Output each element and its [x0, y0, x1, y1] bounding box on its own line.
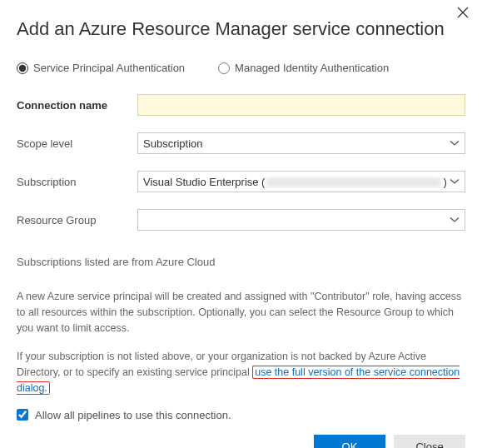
- dialog-title: Add an Azure Resource Manager service co…: [17, 18, 465, 40]
- connection-name-input[interactable]: [137, 94, 465, 116]
- auth-type-group: Service Principal Authentication Managed…: [17, 62, 465, 74]
- chevron-down-icon: [450, 178, 460, 185]
- scope-level-value: Subscription: [143, 137, 203, 150]
- principal-description: A new Azure service principal will be cr…: [17, 289, 465, 337]
- service-connection-dialog: Add an Azure Resource Manager service co…: [0, 0, 482, 448]
- subscription-label: Subscription: [17, 176, 137, 188]
- allow-pipelines-checkbox[interactable]: [17, 409, 28, 421]
- radio-service-principal-label: Service Principal Authentication: [33, 62, 185, 74]
- close-icon: [457, 7, 469, 18]
- subscription-id-redacted: [266, 177, 441, 187]
- scope-level-label: Scope level: [17, 137, 137, 150]
- fallback-description: If your subscription is not listed above…: [17, 349, 465, 397]
- resource-group-select[interactable]: [137, 209, 465, 231]
- radio-managed-identity-input[interactable]: [218, 62, 230, 74]
- allow-pipelines-row: Allow all pipelines to use this connecti…: [17, 409, 465, 421]
- chevron-down-icon: [450, 140, 460, 147]
- close-button[interactable]: Close: [394, 435, 465, 448]
- resource-group-label: Resource Group: [17, 214, 137, 226]
- radio-service-principal-input[interactable]: [17, 62, 28, 74]
- dialog-footer: OK Close: [17, 435, 465, 448]
- cloud-source-note: Subscriptions listed are from Azure Clou…: [17, 254, 465, 271]
- scope-level-select[interactable]: Subscription: [137, 132, 465, 154]
- radio-service-principal[interactable]: Service Principal Authentication: [17, 62, 185, 74]
- close-icon-button[interactable]: [452, 5, 474, 20]
- chevron-down-icon: [450, 217, 460, 223]
- radio-managed-identity-label: Managed Identity Authentication: [235, 62, 389, 74]
- subscription-value: Visual Studio Enterprise (): [143, 176, 447, 188]
- allow-pipelines-label[interactable]: Allow all pipelines to use this connecti…: [35, 409, 231, 421]
- connection-name-label: Connection name: [17, 99, 137, 112]
- radio-managed-identity[interactable]: Managed Identity Authentication: [218, 62, 389, 74]
- ok-button[interactable]: OK: [314, 435, 385, 448]
- subscription-select[interactable]: Visual Studio Enterprise (): [137, 171, 465, 192]
